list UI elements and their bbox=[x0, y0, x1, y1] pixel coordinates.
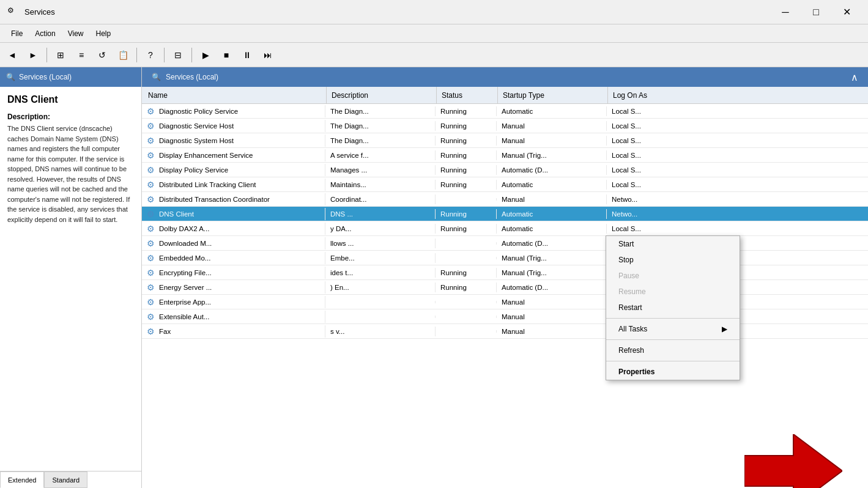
toolbar-export[interactable]: 📋 bbox=[113, 45, 133, 65]
service-logon-cell: Netwo... bbox=[607, 209, 680, 219]
table-row[interactable]: ⚙ Display Enhancement Service A service … bbox=[142, 148, 868, 163]
service-status-cell: Running bbox=[436, 121, 497, 131]
tab-extended[interactable]: Extended bbox=[0, 471, 44, 488]
service-status-cell bbox=[436, 198, 497, 201]
context-menu-separator bbox=[606, 318, 740, 319]
service-name-cell: ⚙ Encrypting File... bbox=[142, 267, 325, 279]
service-logon-cell: Local S... bbox=[607, 180, 680, 190]
table-row[interactable]: ⚙ Fax s v... Manual Netwo... bbox=[142, 324, 868, 339]
table-row[interactable]: ⚙ Diagnostic Policy Service The Diagn...… bbox=[142, 104, 868, 119]
table-row[interactable]: ⚙ Distributed Link Tracking Client Maint… bbox=[142, 177, 868, 192]
minimize-button[interactable]: ─ bbox=[771, 3, 799, 21]
gear-icon: ⚙ bbox=[147, 224, 157, 234]
table-header: Name Description Status Startup Type Log… bbox=[142, 87, 868, 104]
table-row[interactable]: ⚙ Energy Server ... ) En... Running Auto… bbox=[142, 280, 868, 295]
services-list[interactable]: ⚙ Diagnostic Policy Service The Diagn...… bbox=[142, 104, 868, 488]
toolbar-pause[interactable]: ⏸ bbox=[237, 45, 257, 65]
toolbar-stop[interactable]: ■ bbox=[217, 45, 236, 65]
service-logon-cell: Local S... bbox=[607, 150, 680, 160]
table-row[interactable]: ⚙ Enterprise App... Manual Local S... bbox=[142, 295, 868, 309]
context-menu-item-refresh[interactable]: Refresh bbox=[606, 342, 740, 358]
service-name-cell: ⚙ Diagnostic System Host bbox=[142, 135, 325, 147]
service-status-cell bbox=[436, 301, 497, 303]
table-row[interactable]: ⚙ Encrypting File... ides t... Running M… bbox=[142, 265, 868, 280]
right-panel-header: 🔍 Services (Local) ∧ bbox=[142, 67, 868, 87]
table-row[interactable]: ⚙ DNS Client DNS ... Running Automatic N… bbox=[142, 207, 868, 221]
service-startup-cell: Automatic (D... bbox=[497, 283, 607, 292]
col-description[interactable]: Description bbox=[327, 87, 437, 103]
table-row[interactable]: ⚙ Downloaded M... llows ... Automatic (D… bbox=[142, 236, 868, 251]
window-title: Services bbox=[24, 7, 771, 17]
main-area: 🔍 Services (Local) DNS Client Descriptio… bbox=[0, 67, 868, 488]
submenu-arrow-icon: ▶ bbox=[722, 325, 727, 333]
table-row[interactable]: ⚙ Display Policy Service Manages ... Run… bbox=[142, 163, 868, 177]
menu-help[interactable]: Help bbox=[90, 27, 117, 40]
context-menu-item-stop[interactable]: Stop bbox=[606, 252, 740, 268]
table-row[interactable]: ⚙ Diagnostic Service Host The Diagn... R… bbox=[142, 119, 868, 133]
service-logon-cell: Local S... bbox=[607, 224, 680, 234]
context-menu-item-start[interactable]: Start bbox=[606, 236, 740, 252]
table-row[interactable]: ⚙ Extensible Aut... Manual Local S... bbox=[142, 309, 868, 324]
toolbar-step[interactable]: ⏭ bbox=[258, 45, 278, 65]
context-menu-item-restart[interactable]: Restart bbox=[606, 300, 740, 316]
service-startup-cell: Automatic (D... bbox=[497, 165, 607, 175]
gear-icon: ⚙ bbox=[147, 238, 157, 248]
service-desc-cell bbox=[325, 301, 436, 303]
service-desc-cell: ides t... bbox=[325, 268, 436, 278]
service-status-cell: Running bbox=[436, 224, 497, 234]
service-startup-cell: Manual bbox=[497, 297, 607, 307]
table-row[interactable]: ⚙ Embedded Mo... Embe... Manual (Trig...… bbox=[142, 251, 868, 265]
toolbar-forward[interactable]: ► bbox=[23, 45, 43, 65]
left-panel-icon: 🔍 bbox=[6, 73, 15, 81]
service-startup-cell: Automatic bbox=[497, 180, 607, 190]
context-menu-separator bbox=[606, 361, 740, 361]
service-name-cell: ⚙ Distributed Link Tracking Client bbox=[142, 179, 325, 191]
service-startup-cell: Manual bbox=[497, 312, 607, 322]
service-desc-cell: Maintains... bbox=[325, 180, 436, 190]
table-row[interactable]: ⚙ Diagnostic System Host The Diagn... Ru… bbox=[142, 133, 868, 148]
service-name-cell: ⚙ DNS Client bbox=[142, 208, 325, 220]
toolbar-refresh[interactable]: ↺ bbox=[92, 45, 112, 65]
gear-icon: ⚙ bbox=[147, 283, 157, 292]
service-name-cell: ⚙ Display Policy Service bbox=[142, 164, 325, 176]
menu-file[interactable]: File bbox=[5, 27, 29, 40]
service-startup-cell: Manual bbox=[497, 327, 607, 336]
service-desc-cell: Embe... bbox=[325, 253, 436, 263]
toolbar-grid[interactable]: ⊟ bbox=[168, 45, 188, 65]
close-button[interactable]: ✕ bbox=[833, 3, 861, 21]
toolbar-show-hide[interactable]: ⊞ bbox=[51, 45, 70, 65]
window-controls: ─ □ ✕ bbox=[771, 3, 861, 21]
col-logon[interactable]: Log On As bbox=[608, 87, 681, 103]
toolbar-help[interactable]: ? bbox=[141, 45, 160, 65]
menu-action[interactable]: Action bbox=[29, 27, 61, 40]
service-logon-cell: Local S... bbox=[607, 165, 680, 175]
table-row[interactable]: ⚙ Distributed Transaction Coordinator Co… bbox=[142, 192, 868, 207]
toolbar-sep-2 bbox=[136, 48, 137, 62]
table-row[interactable]: ⚙ Dolby DAX2 A... y DA... Running Automa… bbox=[142, 221, 868, 236]
service-logon-cell: Netwo... bbox=[607, 194, 680, 204]
toolbar-list[interactable]: ≡ bbox=[72, 45, 91, 65]
tab-standard[interactable]: Standard bbox=[44, 471, 87, 488]
toolbar-play[interactable]: ▶ bbox=[196, 45, 215, 65]
service-desc-cell: y DA... bbox=[325, 224, 436, 234]
context-menu-item-all-tasks[interactable]: All Tasks▶ bbox=[606, 321, 740, 337]
service-logon-cell: Local S... bbox=[607, 136, 680, 146]
col-name[interactable]: Name bbox=[143, 87, 327, 103]
service-startup-cell: Automatic (D... bbox=[497, 238, 607, 248]
app-icon: ⚙ bbox=[7, 6, 20, 18]
context-menu-item-properties[interactable]: Properties bbox=[606, 364, 740, 380]
menu-view[interactable]: View bbox=[62, 27, 90, 40]
col-status[interactable]: Status bbox=[437, 87, 498, 103]
service-name-cell: ⚙ Diagnostic Policy Service bbox=[142, 105, 325, 117]
selected-service-name: DNS Client bbox=[7, 94, 134, 105]
service-name-cell: ⚙ Embedded Mo... bbox=[142, 252, 325, 264]
maximize-button[interactable]: □ bbox=[802, 3, 830, 21]
gear-icon: ⚙ bbox=[147, 253, 157, 263]
service-desc-cell: Manages ... bbox=[325, 165, 436, 175]
service-status-cell: Running bbox=[436, 283, 497, 292]
service-logon-cell: Local S... bbox=[607, 121, 680, 131]
col-startup[interactable]: Startup Type bbox=[498, 87, 608, 103]
collapse-arrow[interactable]: ∧ bbox=[851, 72, 858, 83]
toolbar-back[interactable]: ◄ bbox=[2, 45, 22, 65]
service-status-cell: Running bbox=[436, 136, 497, 146]
